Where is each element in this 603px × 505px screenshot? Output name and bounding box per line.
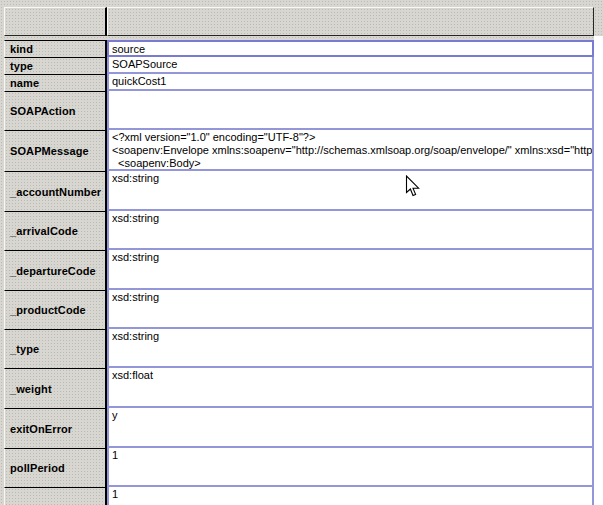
property-name-cell[interactable]: type <box>4 57 107 74</box>
property-value-cell[interactable]: quickCost1 <box>107 74 594 91</box>
property-name-cell[interactable]: pollPeriod <box>4 448 107 487</box>
table-row-type-param: _type xsd:string <box>4 329 594 368</box>
property-value-cell[interactable]: xsd:string <box>107 171 594 211</box>
property-editor-screen: kind source type SOAPSource name quickCo… <box>0 0 603 505</box>
property-name-cell[interactable]: _productCode <box>4 290 107 329</box>
table-row-pollperiod: pollPeriod 1 <box>4 448 594 487</box>
property-value-cell[interactable]: xsd:string <box>107 290 594 329</box>
property-value-cell[interactable]: xsd:string <box>107 250 594 290</box>
property-value-cell-selected[interactable]: source <box>107 40 594 57</box>
property-name-cell[interactable] <box>4 487 107 505</box>
table-row-weight: _weight xsd:float <box>4 368 594 408</box>
property-value-cell[interactable]: 1 <box>107 487 594 505</box>
table-row-soapaction: SOAPAction <box>4 91 594 130</box>
table-right-margin <box>594 36 603 505</box>
property-value-cell[interactable]: SOAPSource <box>107 57 594 74</box>
property-table: kind source type SOAPSource name quickCo… <box>4 7 594 505</box>
property-value-cell[interactable] <box>107 91 594 130</box>
value-column-header[interactable] <box>107 7 594 36</box>
table-row-accountnumber: _accountNumber xsd:string <box>4 171 594 211</box>
column-header-row <box>4 7 594 36</box>
property-name-cell[interactable]: _accountNumber <box>4 171 107 211</box>
property-name-cell[interactable]: SOAPAction <box>4 91 107 130</box>
table-row-exitonerror: exitOnError y <box>4 408 594 448</box>
property-name-cell[interactable]: _type <box>4 329 107 368</box>
property-name-cell[interactable]: _departureCode <box>4 250 107 290</box>
property-name-cell[interactable]: _weight <box>4 368 107 408</box>
property-name-cell[interactable]: _arrivalCode <box>4 211 107 250</box>
property-value-cell[interactable]: y <box>107 408 594 448</box>
property-name-cell[interactable]: kind <box>4 40 107 57</box>
property-value-cell[interactable]: <?xml version="1.0" encoding="UTF-8"?> <… <box>107 130 594 171</box>
mouse-cursor-arrow-icon <box>405 175 421 199</box>
table-row-arrivalcode: _arrivalCode xsd:string <box>4 211 594 250</box>
property-table-body: kind source type SOAPSource name quickCo… <box>4 40 594 505</box>
property-value-cell[interactable]: 1 <box>107 448 594 487</box>
property-name-cell[interactable]: exitOnError <box>4 408 107 448</box>
table-row-clipped: 1 <box>4 487 594 505</box>
table-row-kind: kind source <box>4 40 594 57</box>
table-row-productcode: _productCode xsd:string <box>4 290 594 329</box>
table-row-name: name quickCost1 <box>4 74 594 91</box>
table-row-type: type SOAPSource <box>4 57 594 74</box>
table-row-soapmessage: SOAPMessage <?xml version="1.0" encoding… <box>4 130 594 171</box>
property-value-cell[interactable]: xsd:float <box>107 368 594 408</box>
property-name-cell[interactable]: SOAPMessage <box>4 130 107 171</box>
table-row-departurecode: _departureCode xsd:string <box>4 250 594 290</box>
property-value-cell[interactable]: xsd:string <box>107 329 594 368</box>
property-name-cell[interactable]: name <box>4 74 107 91</box>
property-value-cell[interactable]: xsd:string <box>107 211 594 250</box>
property-column-header[interactable] <box>4 7 107 36</box>
